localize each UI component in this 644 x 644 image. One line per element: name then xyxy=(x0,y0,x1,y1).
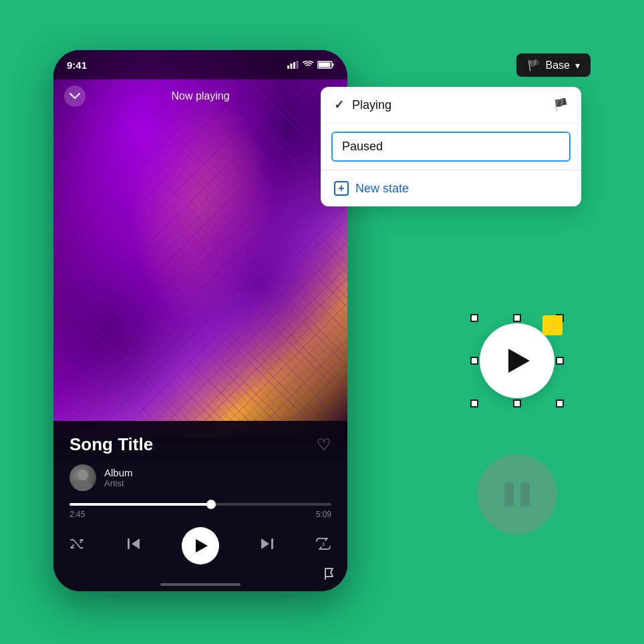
artist-avatar xyxy=(69,464,96,491)
pause-bar-right xyxy=(520,482,530,506)
svg-rect-5 xyxy=(333,63,334,66)
now-playing-label: Now playing xyxy=(171,90,229,102)
pause-component[interactable] xyxy=(477,454,557,534)
song-title: Song Title xyxy=(69,434,153,455)
base-dropdown-button[interactable]: 🏴 Base ▾ xyxy=(516,53,591,77)
artist-label: Artist xyxy=(104,478,133,488)
corner-br xyxy=(556,399,564,408)
status-icons xyxy=(287,61,334,69)
new-state-label: New state xyxy=(355,182,409,196)
corner-ml xyxy=(470,357,478,365)
song-title-row: Song Title ♡ xyxy=(69,434,331,455)
progress-thumb[interactable] xyxy=(206,500,216,509)
component-frame: ⚡ xyxy=(470,314,564,408)
repeat-button[interactable]: 1 xyxy=(315,537,331,554)
now-playing-header: Now playing xyxy=(53,79,347,113)
corner-mt xyxy=(513,314,521,322)
base-label: Base xyxy=(546,59,570,71)
album-label: Album xyxy=(104,467,133,478)
progress-fill xyxy=(69,503,211,506)
phone-mockup: 9:41 xyxy=(53,50,347,591)
status-bar: 9:41 xyxy=(53,50,347,79)
playing-state-item[interactable]: ✓ Playing 🏴 xyxy=(321,87,581,124)
playing-label: Playing xyxy=(352,98,545,112)
plus-icon: + xyxy=(334,181,349,196)
corner-tl xyxy=(470,314,478,322)
svg-rect-3 xyxy=(297,61,299,69)
svg-point-8 xyxy=(73,480,92,491)
svg-text:1: 1 xyxy=(322,541,325,547)
total-time: 5:09 xyxy=(316,510,331,519)
svg-rect-2 xyxy=(293,62,295,69)
paused-state-input[interactable] xyxy=(331,132,571,162)
lightning-badge: ⚡ xyxy=(542,315,562,335)
flag-on-art xyxy=(322,567,337,585)
play-button[interactable] xyxy=(182,527,219,565)
status-time: 9:41 xyxy=(67,59,87,71)
pause-circle[interactable] xyxy=(477,454,557,534)
current-time: 2:45 xyxy=(69,510,85,519)
album-artist-row: Album Artist xyxy=(69,464,331,491)
progress-container[interactable]: 2:45 5:09 xyxy=(69,503,331,519)
battery-icon xyxy=(317,61,334,69)
shuffle-button[interactable] xyxy=(69,537,86,554)
pause-bar-left xyxy=(504,482,514,506)
play-component[interactable]: ⚡ xyxy=(470,314,564,408)
svg-rect-6 xyxy=(319,63,331,67)
signal-icon xyxy=(287,61,299,69)
next-button[interactable] xyxy=(260,537,275,554)
svg-rect-10 xyxy=(271,538,273,549)
player-panel: Song Title ♡ Album Artist 2:45 5: xyxy=(53,421,347,591)
home-bar xyxy=(160,583,240,586)
progress-track[interactable] xyxy=(69,503,331,506)
controls-row: 1 xyxy=(69,527,331,565)
play-triangle-icon xyxy=(196,539,208,552)
state-panel: ✓ Playing 🏴 + New state xyxy=(321,87,581,206)
paused-input-row xyxy=(321,124,581,170)
wifi-icon xyxy=(303,61,313,69)
svg-point-7 xyxy=(77,470,88,480)
new-state-button[interactable]: + New state xyxy=(321,170,581,206)
heart-icon[interactable]: ♡ xyxy=(317,436,331,454)
base-flag-icon: 🏴 xyxy=(527,59,540,71)
album-artist-info: Album Artist xyxy=(104,467,133,488)
svg-rect-0 xyxy=(287,65,289,69)
corner-mr xyxy=(556,357,564,365)
svg-rect-1 xyxy=(291,63,293,69)
corner-mb xyxy=(513,399,521,408)
lightning-icon: ⚡ xyxy=(546,319,559,332)
svg-rect-9 xyxy=(128,538,130,549)
corner-bl xyxy=(470,399,478,408)
chevron-down-button[interactable] xyxy=(64,86,86,107)
playing-flag-icon: 🏴 xyxy=(553,98,568,112)
play-triangle-large-icon xyxy=(508,349,530,373)
progress-times: 2:45 5:09 xyxy=(69,510,331,519)
prev-button[interactable] xyxy=(126,537,141,554)
chevron-down-icon: ▾ xyxy=(575,60,580,71)
